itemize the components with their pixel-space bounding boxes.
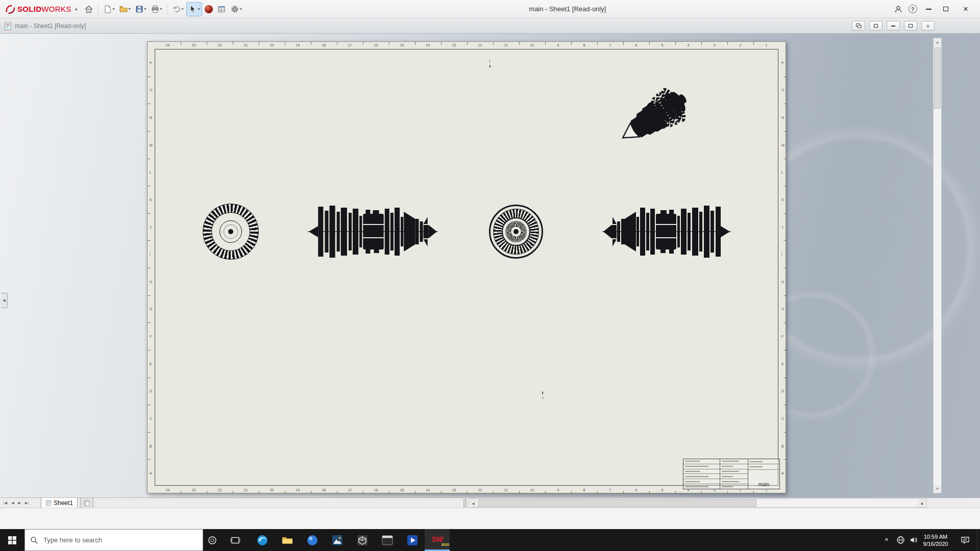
zone-tick [285, 491, 285, 494]
model-viewer-button[interactable] [350, 529, 375, 551]
browser-button[interactable] [300, 529, 325, 551]
undo-button[interactable]: ▾ [170, 2, 185, 16]
zone-label: 7 [609, 43, 611, 47]
zone-tick [783, 104, 787, 104]
doc-restore-icon [909, 24, 913, 28]
help-button[interactable]: ? [905, 0, 920, 18]
media-button[interactable] [400, 529, 425, 551]
scroll-down-button[interactable]: ▼ [934, 485, 941, 493]
zone-tick [519, 491, 520, 494]
cortana-icon [207, 535, 217, 545]
options-button[interactable]: ▾ [229, 2, 243, 16]
action-center-button[interactable] [958, 529, 973, 551]
help-icon: ? [909, 5, 917, 13]
next-sheet-button[interactable]: ▶ [17, 501, 22, 505]
terminal-button[interactable] [375, 529, 400, 551]
horizontal-scroll-thumb[interactable] [478, 499, 756, 507]
drawing-view-left-side[interactable] [307, 204, 441, 260]
scroll-left-button[interactable]: ◀ [469, 499, 477, 507]
last-sheet-button[interactable]: ▶| [23, 501, 30, 505]
drawing-view-isometric[interactable] [609, 67, 714, 153]
threedexperience-button[interactable] [203, 2, 214, 16]
zone-label: 19 [296, 43, 300, 47]
close-button[interactable]: × [954, 0, 977, 18]
vertical-scrollbar[interactable]: ▲ ▼ [933, 38, 942, 493]
add-sheet-tab[interactable] [80, 498, 93, 508]
zone-tick [493, 42, 494, 45]
zone-label: L [781, 170, 783, 174]
new-document-button[interactable]: ▾ [102, 2, 116, 16]
cortana-button[interactable] [201, 529, 224, 551]
graphics-area[interactable]: ◀ [0, 34, 980, 497]
photos-button[interactable] [325, 529, 350, 551]
vertical-scroll-thumb[interactable] [934, 47, 941, 109]
drawing-view-front-circle[interactable] [203, 204, 259, 260]
dropdown-icon[interactable]: ▾ [113, 7, 115, 11]
task-view-button[interactable] [224, 529, 247, 551]
dropdown-icon[interactable]: ▾ [129, 7, 131, 11]
minimize-button[interactable] [920, 0, 937, 18]
tab-scrollbar-splitter[interactable] [463, 499, 467, 507]
doc-close-button[interactable]: × [921, 21, 935, 31]
taskbar-clock[interactable]: 10:59 AM 9/16/2020 [915, 529, 956, 551]
zone-tick [675, 491, 676, 494]
drawing-view-right-side[interactable] [599, 204, 732, 260]
drawing-view-rear-circle[interactable] [489, 205, 543, 259]
dropdown-icon[interactable]: ▾ [144, 7, 146, 11]
dropdown-icon[interactable]: ▾ [160, 7, 162, 11]
maximize-button[interactable] [937, 0, 954, 18]
document-window-buttons: × [852, 21, 939, 31]
zone-label: 21 [244, 43, 248, 47]
show-desktop-button[interactable] [977, 529, 980, 551]
sheet-icon [45, 500, 52, 506]
zone-tick [519, 42, 520, 45]
zone-label: 15 [400, 43, 404, 47]
drawing-view-top[interactable] [489, 56, 543, 188]
zone-label: I [150, 253, 151, 256]
cascade-windows-button[interactable] [852, 21, 865, 31]
solidworks-taskbar-button[interactable]: SW 2020 [425, 529, 450, 551]
tray-expand-button[interactable]: ^ [881, 529, 892, 551]
zone-tick [467, 42, 468, 45]
open-button[interactable]: ▾ [117, 2, 132, 16]
start-button[interactable] [0, 529, 24, 551]
zone-label: 6 [635, 488, 638, 492]
dropdown-icon[interactable]: ▾ [240, 7, 242, 11]
tab-sheet1[interactable]: Sheet1 [41, 498, 78, 508]
zone-label: 8 [583, 488, 585, 492]
add-sheet-icon [84, 500, 90, 506]
account-button[interactable] [891, 0, 905, 18]
scroll-right-button[interactable]: ▶ [918, 499, 926, 507]
doc-restore-button[interactable] [904, 21, 917, 31]
previous-sheet-button[interactable]: ◀ [10, 501, 15, 505]
zone-label: 14 [426, 43, 430, 47]
doc-minimize-button[interactable] [887, 21, 900, 31]
print-button[interactable]: ▾ [149, 2, 164, 16]
dropdown-icon[interactable]: ▾ [198, 7, 200, 11]
dropdown-icon[interactable]: ▾ [182, 7, 184, 11]
horizontal-scrollbar[interactable]: ◀ ▶ [469, 498, 927, 508]
save-button[interactable]: ▾ [133, 2, 148, 16]
search-input[interactable] [43, 536, 181, 544]
first-sheet-button[interactable]: |◀ [2, 501, 9, 505]
select-tool-button[interactable]: ▾ [186, 2, 202, 16]
toolbar-flyout-icon[interactable]: ▸ [76, 6, 78, 12]
feature-panel-collapse-handle[interactable]: ◀ [1, 293, 8, 308]
zone-tick [389, 491, 389, 494]
drawing-view-bottom[interactable] [490, 270, 543, 404]
drawing-sheet[interactable]: main 24242323222221212020191918181717161… [147, 41, 786, 493]
maximize-icon [943, 7, 948, 11]
scroll-up-button[interactable]: ▲ [934, 38, 941, 46]
network-button[interactable] [894, 529, 906, 551]
zone-label: 24 [166, 488, 170, 492]
taskbar-search[interactable] [24, 529, 203, 551]
tile-windows-button[interactable] [869, 21, 883, 31]
file-explorer-button[interactable] [275, 529, 300, 551]
table-button[interactable] [215, 2, 228, 16]
zone-label: 9 [557, 488, 559, 492]
home-button[interactable] [83, 2, 95, 16]
document-titlebar: main - Sheet1 [Read-only] × [0, 18, 980, 34]
edge-button[interactable] [250, 529, 275, 551]
zone-label: 14 [426, 488, 430, 492]
zone-label: C [150, 416, 152, 420]
